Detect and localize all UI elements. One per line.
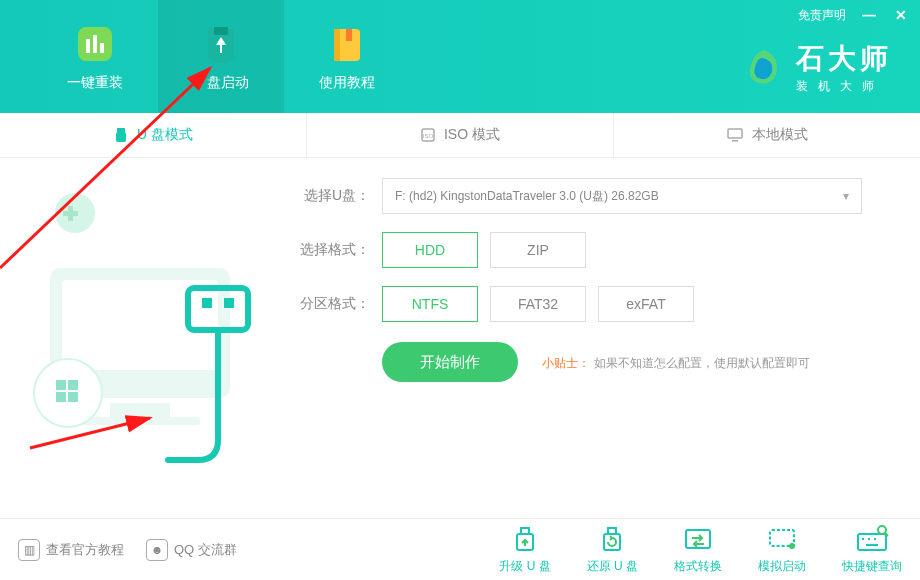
svg-rect-23 [68,392,78,402]
partition-ntfs[interactable]: NTFS [382,286,478,322]
svg-rect-36 [858,534,886,550]
svg-rect-7 [346,29,352,41]
disclaimer-link[interactable]: 免责声明 [798,7,846,24]
svg-rect-20 [56,380,66,390]
tool-label: 模拟启动 [758,558,806,575]
logo-icon [742,46,786,90]
monitor-icon [726,127,744,143]
tool-format-convert[interactable]: 格式转换 [674,524,722,575]
format-hdd[interactable]: HDD [382,232,478,268]
svg-rect-12 [728,129,742,138]
svg-rect-21 [68,380,78,390]
nav-usb-boot[interactable]: U 盘启动 [158,0,284,113]
svg-point-35 [789,543,795,549]
tab-label: U 盘模式 [137,126,193,144]
usb-shield-icon [199,22,243,66]
format-zip[interactable]: ZIP [490,232,586,268]
nav-label: 使用教程 [319,74,375,92]
tool-label: 格式转换 [674,558,722,575]
svg-rect-22 [56,392,66,402]
qq-group-link[interactable]: ☻ QQ 交流群 [146,539,237,561]
nav-label: 一键重装 [67,74,123,92]
tip-text: 如果不知道怎么配置，使用默认配置即可 [594,356,810,370]
tab-label: 本地模式 [752,126,808,144]
book-icon [325,22,369,66]
bar-chart-icon [73,22,117,66]
svg-point-41 [878,526,886,534]
svg-rect-6 [334,29,340,61]
minimize-button[interactable]: — [860,6,878,24]
tool-upgrade-usb[interactable]: 升级 U 盘 [499,524,550,575]
select-u-label: 选择U盘： [300,187,370,205]
partition-exfat[interactable]: exFAT [598,286,694,322]
tab-local-mode[interactable]: 本地模式 [614,113,920,157]
svg-text:ISO: ISO [423,133,434,139]
tool-restore-usb[interactable]: 还原 U 盘 [587,524,638,575]
svg-rect-13 [732,140,738,142]
chevron-down-icon: ▾ [843,189,849,203]
nav-label: U 盘启动 [193,74,249,92]
nav-tutorial[interactable]: 使用教程 [284,0,410,113]
convert-icon [680,524,716,554]
usb-illustration [20,178,280,478]
usb-select[interactable]: F: (hd2) KingstonDataTraveler 3.0 (U盘) 2… [382,178,862,214]
svg-rect-32 [608,528,616,534]
qq-icon: ☻ [146,539,168,561]
svg-rect-4 [214,27,228,35]
iso-icon: ISO [420,127,436,143]
upgrade-icon [507,524,543,554]
restore-icon [594,524,630,554]
svg-rect-1 [86,39,90,53]
close-button[interactable]: ✕ [892,6,910,24]
simulate-icon [764,524,800,554]
keyboard-icon [854,524,890,554]
tab-iso-mode[interactable]: ISO ISO 模式 [307,113,614,157]
svg-rect-18 [80,417,200,425]
svg-rect-30 [521,528,529,534]
svg-rect-17 [110,403,170,417]
brand-logo: 石大师 装机大师 [742,40,892,95]
svg-rect-2 [93,35,97,53]
start-button[interactable]: 开始制作 [382,342,518,382]
tool-label: 快捷键查询 [842,558,902,575]
tool-hotkey-query[interactable]: 快捷键查询 [842,524,902,575]
usb-select-value: F: (hd2) KingstonDataTraveler 3.0 (U盘) 2… [395,188,659,205]
svg-rect-26 [224,298,234,308]
svg-rect-16 [62,280,218,370]
nav-reinstall[interactable]: 一键重装 [32,0,158,113]
svg-rect-9 [116,132,126,142]
tip-label: 小贴士： [542,356,590,370]
tool-label: 升级 U 盘 [499,558,550,575]
brand-subtitle: 装机大师 [796,78,892,95]
usb-icon [113,127,129,143]
book-open-icon: ▥ [18,539,40,561]
partition-fat32[interactable]: FAT32 [490,286,586,322]
tool-simulate-boot[interactable]: 模拟启动 [758,524,806,575]
svg-rect-31 [604,534,620,550]
format-label: 选择格式： [300,241,370,259]
svg-rect-25 [202,298,212,308]
svg-rect-8 [117,128,125,132]
official-tutorial-link[interactable]: ▥ 查看官方教程 [18,539,124,561]
link-label: QQ 交流群 [174,541,237,559]
tab-usb-mode[interactable]: U 盘模式 [0,113,307,157]
svg-rect-3 [100,43,104,53]
tool-label: 还原 U 盘 [587,558,638,575]
brand-title: 石大师 [796,40,892,78]
link-label: 查看官方教程 [46,541,124,559]
partition-label: 分区格式： [300,295,370,313]
tab-label: ISO 模式 [444,126,500,144]
